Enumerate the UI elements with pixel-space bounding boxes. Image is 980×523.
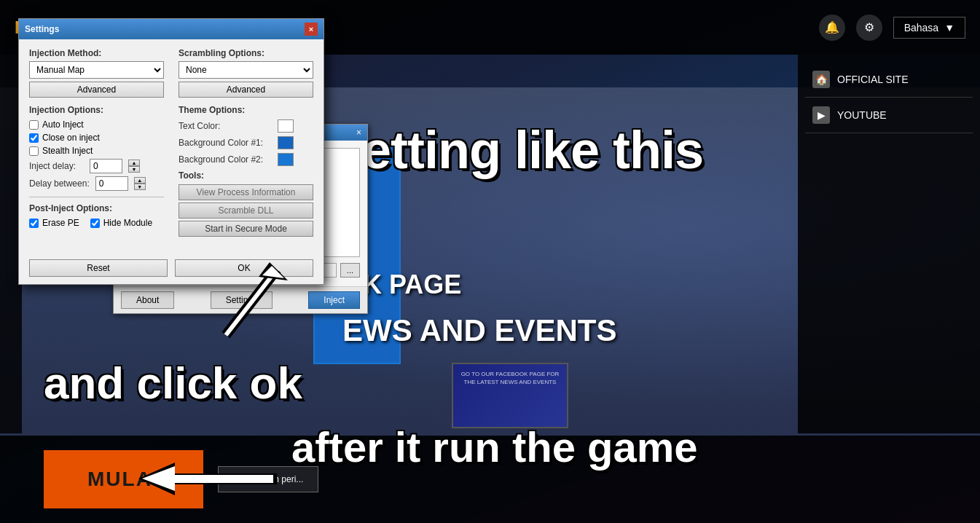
settings-top-icon[interactable]: ⚙ — [856, 15, 882, 41]
close-on-inject-checkbox[interactable] — [29, 133, 39, 143]
erase-pe-checkbox[interactable] — [29, 219, 39, 228]
sidebar-label-youtube: YOUTUBE — [837, 109, 887, 121]
notification-icon[interactable]: 🔔 — [819, 15, 845, 41]
stealth-inject-label: Stealth Inject — [42, 146, 93, 156]
delay-between-up[interactable]: ▲ — [134, 177, 146, 184]
settings-dialog: Settings × Injection Method: Manual Map … — [18, 18, 324, 285]
inject-delay-label: Inject delay: — [29, 161, 84, 171]
top-bar-right: 🔔 ⚙ Bahasa ▼ — [819, 15, 965, 41]
inject-delay-arrows: ▲ ▼ — [128, 160, 140, 173]
home-icon: 🏠 — [812, 71, 830, 88]
stealth-inject-row: Stealth Inject — [29, 146, 164, 156]
dialog-mid-row: Injection Options: Auto Inject Close on … — [29, 105, 313, 239]
dialog-close-button[interactable]: × — [305, 23, 318, 36]
injection-options-label: Injection Options: — [29, 105, 164, 115]
bg-color1-row: Background Color #1: — [179, 136, 313, 149]
hide-module-label: Hide Module — [103, 218, 152, 228]
youtube-icon: ▶ — [812, 106, 830, 124]
bg-color2-swatch[interactable] — [278, 153, 294, 166]
thumbnail-text: GO TO OUR FACEBOOK PAGE FOR THE LATEST N… — [453, 364, 567, 392]
sidebar-item-youtube[interactable]: ▶ YOUTUBE — [805, 98, 973, 133]
advanced-btn-2[interactable]: Advanced — [179, 82, 313, 98]
post-inject-label: Post-Inject Options: — [29, 203, 164, 213]
stealth-inject-checkbox[interactable] — [29, 146, 39, 156]
injection-method-col: Injection Method: Manual Map Advanced — [29, 48, 164, 98]
dialog-top-row: Injection Method: Manual Map Advanced Sc… — [29, 48, 313, 98]
dialog-title: Settings — [25, 24, 59, 34]
delay-between-arrows: ▲ ▼ — [134, 177, 146, 190]
theme-tools-col: Theme Options: Text Color: Background Co… — [179, 105, 313, 239]
delay-between-input[interactable] — [95, 176, 128, 191]
bg-color1-label: Background Color #1: — [179, 138, 273, 148]
scrambling-select[interactable]: None — [179, 61, 313, 79]
bg-color1-swatch[interactable] — [278, 136, 294, 149]
theme-options-label: Theme Options: — [179, 105, 313, 115]
delay-between-label: Delay between: — [29, 178, 90, 189]
auto-inject-label: Auto Inject — [42, 119, 84, 130]
tools-label: Tools: — [179, 170, 313, 181]
auto-inject-checkbox[interactable] — [29, 120, 39, 130]
bg-color2-label: Background Color #2: — [179, 154, 273, 165]
about-button[interactable]: About — [121, 291, 174, 309]
injection-method-label: Injection Method: — [29, 48, 164, 58]
erase-pe-label: Erase PE — [42, 218, 79, 228]
reset-button[interactable]: Reset — [29, 259, 168, 277]
tools-section: Tools: View Process Information Scramble… — [179, 170, 313, 239]
inject-browse-btn[interactable]: ... — [340, 263, 360, 278]
arrow-to-ok — [211, 248, 306, 342]
inject-delay-row: Inject delay: ▲ ▼ — [29, 159, 164, 173]
close-on-inject-row: Close on inject — [29, 133, 164, 143]
injection-options-col: Injection Options: Auto Inject Close on … — [29, 105, 164, 239]
delay-between-down[interactable]: ▼ — [134, 184, 146, 190]
scrambling-col: Scrambling Options: None Advanced — [179, 48, 313, 98]
page-sublabel-news: EWS AND EVENTS — [342, 313, 616, 348]
chevron-down-icon: ▼ — [944, 22, 954, 34]
sidebar-label-official: OFFICIAL SITE — [837, 74, 909, 85]
delay-between-row: Delay between: ▲ ▼ — [29, 176, 164, 191]
bg-color2-row: Background Color #2: — [179, 153, 313, 166]
inject-button[interactable]: Inject — [308, 291, 360, 309]
injection-method-select[interactable]: Manual Map — [29, 61, 164, 79]
text-color-swatch[interactable] — [278, 119, 294, 133]
inject-window-close[interactable]: × — [356, 127, 361, 138]
scrambling-label: Scrambling Options: — [179, 48, 313, 58]
text-color-label: Text Color: — [179, 121, 273, 131]
hide-module-checkbox[interactable] — [90, 219, 100, 228]
advanced-btn-1[interactable]: Advanced — [29, 82, 164, 98]
language-label: Bahasa — [904, 22, 938, 34]
scramble-dll-btn[interactable]: Scramble DLL — [179, 202, 313, 219]
inject-delay-input[interactable] — [90, 159, 122, 173]
erase-pe-row: Erase PE Hide Module — [29, 218, 164, 228]
language-selector[interactable]: Bahasa ▼ — [893, 17, 965, 39]
arrow-to-mulai — [138, 459, 284, 499]
view-process-btn[interactable]: View Process Information — [179, 184, 313, 200]
inject-delay-up[interactable]: ▲ — [128, 160, 140, 166]
dialog-content: Injection Method: Manual Map Advanced Sc… — [19, 39, 324, 255]
auto-inject-row: Auto Inject — [29, 119, 164, 130]
dialog-titlebar: Settings × — [19, 19, 324, 39]
close-on-inject-label: Close on inject — [42, 133, 100, 143]
secure-mode-btn[interactable]: Start in Secure Mode — [179, 221, 313, 237]
sidebar-item-official[interactable]: 🏠 OFFICIAL SITE — [805, 62, 973, 98]
thumbnail-facebook[interactable]: GO TO OUR FACEBOOK PAGE FOR THE LATEST N… — [452, 363, 568, 428]
text-color-row: Text Color: — [179, 119, 313, 133]
inject-delay-down[interactable]: ▼ — [128, 166, 140, 173]
right-sidebar: 🏠 OFFICIAL SITE ▶ YOUTUBE — [798, 55, 980, 433]
